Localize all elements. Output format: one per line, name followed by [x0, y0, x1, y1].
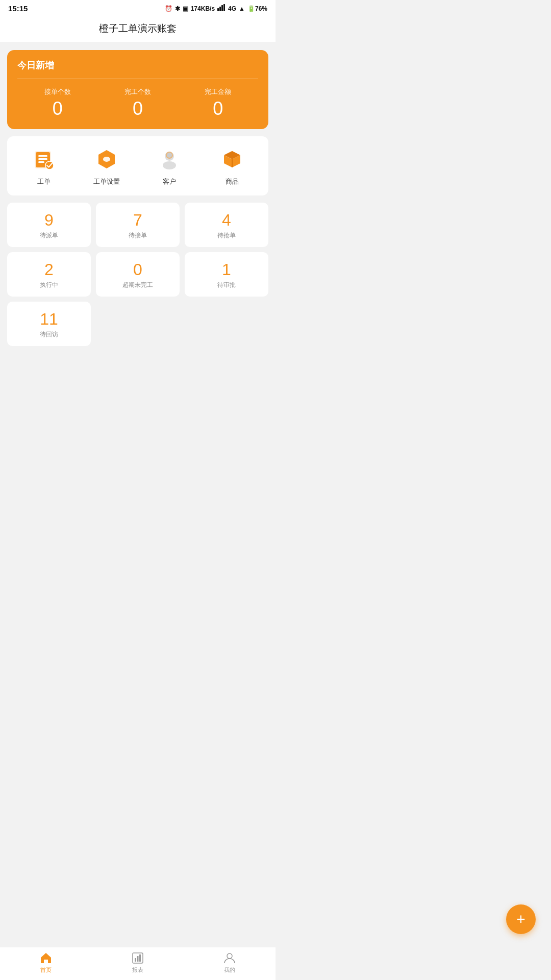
stat-label-amount: 完工金额 [205, 87, 231, 96]
status-bar: 15:15 ⏰ ✱ ▣ 174KB/s 4G ▲ 🔋76% [0, 0, 276, 16]
svg-point-15 [163, 161, 176, 169]
stat-label-orders: 接单个数 [44, 87, 71, 96]
svg-rect-7 [38, 158, 47, 160]
svg-rect-6 [38, 155, 47, 157]
stat-label-overdue: 超期未完工 [122, 281, 153, 289]
stat-value-pending-approval: 1 [222, 261, 231, 278]
stats-grid: 9 待派单 7 待接单 4 待抢单 2 执行中 0 超期未完工 1 待审批 11… [7, 203, 268, 346]
stat-item-amount: 完工金额 0 [205, 87, 231, 118]
menu-card: 工单 工单设置 [7, 136, 268, 195]
menu-label-work-order: 工单 [37, 177, 51, 186]
customer-icon [156, 145, 183, 173]
vibrate-icon: ▣ [183, 5, 188, 12]
stat-item-completed: 完工个数 0 [124, 87, 151, 118]
menu-grid: 工单 工单设置 [12, 145, 263, 186]
stat-value-completed: 0 [133, 100, 143, 118]
battery-icon: 🔋76% [247, 5, 267, 12]
stat-card-pending-approval[interactable]: 1 待审批 [185, 252, 268, 297]
network-speed: 174KB/s [191, 5, 215, 12]
stat-label-completed: 完工个数 [124, 87, 151, 96]
menu-item-customer[interactable]: 客户 [156, 145, 183, 186]
stat-label-pending-dispatch: 待派单 [40, 231, 58, 240]
svg-rect-3 [223, 4, 225, 11]
svg-rect-2 [221, 5, 223, 11]
stat-label-in-progress: 执行中 [40, 281, 58, 289]
stat-value-amount: 0 [213, 100, 223, 118]
svg-point-14 [167, 153, 172, 158]
stat-label-pending-approval: 待审批 [217, 281, 236, 289]
status-time: 15:15 [8, 4, 28, 13]
today-stats: 接单个数 0 完工个数 0 完工金额 0 [17, 87, 258, 118]
page-title: 橙子工单演示账套 [99, 23, 177, 34]
status-icons: ⏰ ✱ ▣ 174KB/s 4G ▲ 🔋76% [165, 4, 267, 13]
stat-card-pending-grab[interactable]: 4 待抢单 [185, 203, 268, 247]
today-card-title: 今日新增 [17, 59, 258, 71]
page-header: 橙子工单演示账套 [0, 16, 276, 43]
work-order-icon [30, 145, 58, 173]
stat-value-pending-accept: 7 [133, 212, 142, 228]
stat-label-pending-followup: 待回访 [40, 330, 58, 339]
menu-item-work-order[interactable]: 工单 [30, 145, 58, 186]
stat-value-pending-grab: 4 [222, 212, 231, 228]
stat-card-pending-dispatch[interactable]: 9 待派单 [7, 203, 91, 247]
today-card: 今日新增 接单个数 0 完工个数 0 完工金额 0 [7, 50, 268, 129]
svg-rect-8 [38, 161, 44, 163]
signal-icon [217, 4, 226, 13]
stat-card-pending-followup[interactable]: 11 待回访 [7, 302, 91, 346]
menu-label-work-order-settings: 工单设置 [93, 177, 120, 186]
stat-value-overdue: 0 [133, 261, 142, 278]
stat-value-pending-followup: 11 [40, 311, 58, 327]
product-icon [218, 145, 246, 173]
stat-label-pending-accept: 待接单 [129, 231, 147, 240]
stat-card-in-progress[interactable]: 2 执行中 [7, 252, 91, 297]
alarm-icon: ⏰ [165, 5, 172, 12]
today-divider [17, 79, 258, 79]
stat-value-in-progress: 2 [44, 261, 54, 278]
stat-label-pending-grab: 待抢单 [217, 231, 236, 240]
menu-label-customer: 客户 [163, 177, 176, 186]
work-order-settings-icon [93, 145, 120, 173]
main-content: 今日新增 接单个数 0 完工个数 0 完工金额 0 [0, 43, 276, 387]
stat-card-pending-accept[interactable]: 7 待接单 [96, 203, 180, 247]
svg-point-11 [103, 157, 110, 162]
bluetooth-icon: ✱ [175, 5, 180, 12]
menu-label-product: 商品 [226, 177, 239, 186]
svg-rect-0 [217, 8, 219, 11]
4g-icon: 4G [228, 5, 236, 12]
menu-item-work-order-settings[interactable]: 工单设置 [93, 145, 120, 186]
stat-value-pending-dispatch: 9 [44, 212, 54, 228]
stat-item-orders: 接单个数 0 [44, 87, 71, 118]
svg-rect-1 [219, 7, 221, 11]
stat-value-orders: 0 [53, 100, 63, 118]
stat-card-overdue[interactable]: 0 超期未完工 [96, 252, 180, 297]
signal-bar-icon: ▲ [239, 5, 245, 12]
menu-item-product[interactable]: 商品 [218, 145, 246, 186]
